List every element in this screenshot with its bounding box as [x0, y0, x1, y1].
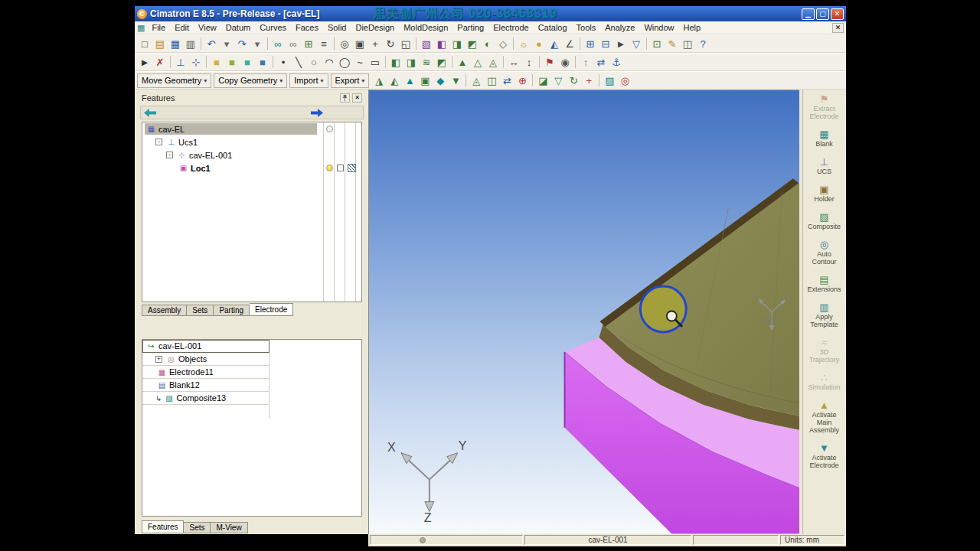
history-back-button[interactable]	[144, 108, 156, 119]
close-panel-button[interactable]: ✕	[352, 93, 362, 103]
menu-electrode[interactable]: Electrode	[488, 22, 533, 33]
options-target-button[interactable]: ◉	[557, 55, 573, 70]
menu-analyze[interactable]: Analyze	[600, 22, 639, 33]
holder-button[interactable]: ▣Holder	[803, 184, 845, 203]
draw-line-button[interactable]: ╲	[291, 55, 306, 70]
selection-checkbox[interactable]	[337, 165, 344, 171]
tree-item-cav-el-row[interactable]: ▦cav-EL	[145, 123, 317, 135]
blank-button[interactable]: ▦Blank	[803, 129, 845, 148]
print-button[interactable]: ▥	[183, 37, 198, 51]
tree-item-ucs1-row[interactable]: ⊥Ucs1	[165, 136, 317, 148]
mesh-edit-button[interactable]: △	[470, 55, 485, 70]
swap-direction-button[interactable]: ⇄	[593, 55, 609, 70]
new-document-button[interactable]: □	[137, 37, 152, 51]
zoom-window-button[interactable]: ▣	[352, 37, 368, 51]
stock-display-button[interactable]: ▽	[550, 73, 566, 88]
mesh-create-button[interactable]: ▲	[455, 55, 470, 70]
snap-point-button[interactable]: •	[276, 55, 291, 70]
grid-display-button[interactable]: ⊞	[583, 37, 598, 51]
undercut-check-button[interactable]: ◫	[484, 73, 499, 88]
shaded-mode-button[interactable]: ◐	[480, 37, 495, 51]
work-plane-button[interactable]: ⊟	[598, 37, 613, 51]
dimension-horizontal-button[interactable]: ↔	[506, 55, 521, 70]
auto-contour-button[interactable]: ◎Auto Contour	[803, 240, 845, 266]
draft-analysis-button[interactable]: ◬	[469, 73, 484, 88]
composite-button[interactable]: ▨Composite	[803, 212, 845, 230]
draw-circle-button[interactable]: ○	[306, 55, 322, 70]
activate-electrode-button[interactable]: ▼Activate Electrode	[803, 443, 845, 469]
extract-electrode-button[interactable]: ⚑Extract Electrode	[803, 94, 845, 120]
previous-view-button[interactable]: ◱	[398, 37, 413, 51]
menu-parting[interactable]: Parting	[452, 22, 488, 33]
view-iso-button[interactable]: ▧	[419, 37, 434, 51]
tab-parting[interactable]: Parting	[214, 305, 250, 316]
tree2-item-blank12-row[interactable]: ▤Blank12	[155, 380, 270, 391]
round-add-button[interactable]: ⊕	[514, 73, 530, 88]
sketcher-button[interactable]: ✎	[665, 37, 680, 51]
shell-button[interactable]: ◪	[535, 73, 550, 88]
layer-chip-4-button[interactable]: ■	[255, 55, 270, 70]
open-file-button[interactable]: ▤	[152, 37, 168, 51]
electrode-check-button[interactable]: ▨	[602, 73, 617, 88]
activate-main-assembly-button[interactable]: ▲Activate Main Assembly	[803, 400, 845, 434]
visibility-bulb-icon[interactable]	[326, 165, 333, 171]
delete-entity-button[interactable]: ✗	[152, 55, 168, 70]
tree2-item-objects-row[interactable]: ◎Objects	[165, 354, 270, 365]
history-forward-button[interactable]	[311, 108, 323, 119]
tab-assembly[interactable]: Assembly	[142, 305, 187, 316]
draw-rectangle-button[interactable]: ▭	[368, 55, 383, 70]
close-document-button[interactable]: ✕	[832, 23, 844, 33]
parting-surface-button[interactable]: ◮	[371, 73, 387, 88]
dimension-vertical-button[interactable]: ↕	[521, 55, 537, 70]
collapse-icon[interactable]: -	[155, 139, 162, 145]
menu-view[interactable]: View	[194, 22, 221, 33]
simulation-button[interactable]: ∴Simulation	[803, 373, 845, 391]
undo-options-button[interactable]: ▾	[219, 37, 234, 51]
anchor-button[interactable]: ⚓	[609, 55, 624, 70]
layer-chip-3-button[interactable]: ■	[240, 55, 255, 70]
display-filter-button[interactable]: ▽	[629, 37, 644, 51]
save-button[interactable]: ▦	[168, 37, 183, 51]
regenerate-button[interactable]: ↻	[566, 73, 581, 88]
pan-view-button[interactable]: +	[368, 37, 383, 51]
menu-molddesign[interactable]: MoldDesign	[399, 22, 452, 33]
import-button[interactable]: Import▾	[289, 73, 328, 88]
copy-geometry-button[interactable]: Copy Geometry▾	[214, 73, 287, 88]
direction-up-button[interactable]: ↑	[578, 55, 593, 70]
ucs-main-button[interactable]: ⊥	[173, 55, 188, 70]
gate-button[interactable]: ▼	[448, 73, 463, 88]
surface-extend-button[interactable]: ◧	[388, 55, 403, 70]
restore-button[interactable]: ▢	[816, 8, 829, 20]
tab-sets[interactable]: Sets	[187, 305, 214, 316]
surface-offset-button[interactable]: ◩	[434, 55, 449, 70]
parting-line-button[interactable]: ◭	[387, 73, 402, 88]
close-button[interactable]: ✕	[831, 8, 844, 20]
trajectory-3d-button[interactable]: ≈3D Trajectory	[803, 337, 845, 364]
catalog-browser-button[interactable]: ⊡	[649, 37, 665, 51]
menu-tools[interactable]: Tools	[572, 22, 601, 33]
draw-spline-button[interactable]: ~	[352, 55, 368, 70]
undo-button[interactable]: ↶	[204, 37, 219, 51]
menu-diedesign[interactable]: DieDesign	[351, 22, 399, 33]
layer-chip-2-button[interactable]: ■	[224, 55, 240, 70]
surface-direction-button[interactable]: ⇄	[499, 73, 514, 88]
move-geometry-button[interactable]: Move Geometry▾	[137, 73, 211, 88]
add-feature-button[interactable]: +	[581, 73, 596, 88]
help-tool-button[interactable]: ?	[695, 37, 710, 51]
hatch-material-icon[interactable]	[348, 164, 356, 172]
apply-template-button[interactable]: ▥Apply Template	[803, 302, 845, 328]
collapse-icon[interactable]: -	[166, 152, 173, 158]
menu-solid[interactable]: Solid	[323, 22, 351, 33]
minimize-button[interactable]: ▁	[802, 8, 815, 20]
view-front-button[interactable]: ◧	[434, 37, 449, 51]
menu-curves[interactable]: Curves	[255, 22, 291, 33]
tree2-item-electrode11-row[interactable]: ▦Electrode11	[155, 367, 270, 378]
menu-window[interactable]: Window	[639, 22, 678, 33]
measure-tool-button[interactable]: ∠	[562, 37, 577, 51]
menu-catalog[interactable]: Catalog	[534, 22, 572, 33]
core-cavity-button[interactable]: ▲	[402, 73, 417, 88]
pick-arrow-button[interactable]: ►	[137, 55, 152, 70]
light-settings-button[interactable]: ☼	[516, 37, 531, 51]
tree2-item-cav-el-001-row[interactable]: ↪cav-EL-001	[145, 341, 270, 352]
menu-help[interactable]: Help	[679, 22, 706, 33]
